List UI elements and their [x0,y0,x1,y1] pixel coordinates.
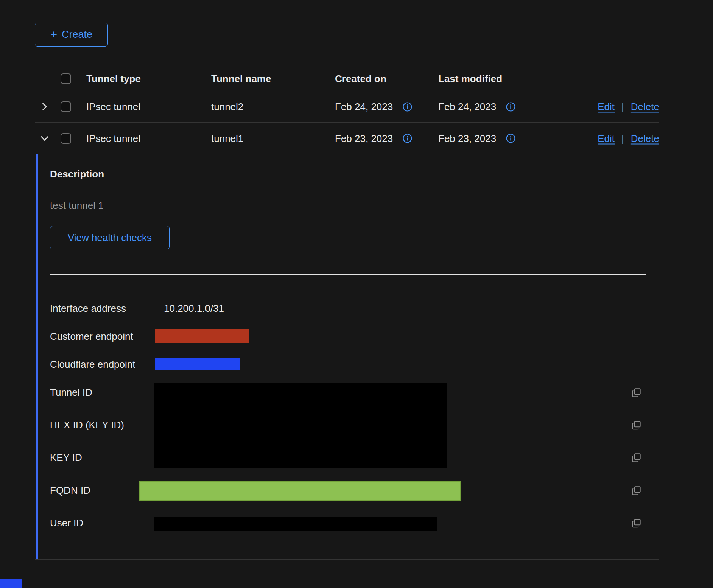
created-on-value: Feb 24, 2023 [335,101,393,112]
last-modified-value: Feb 24, 2023 [438,101,496,112]
copy-icon[interactable] [631,453,641,463]
key-id-label: KEY ID [50,452,82,463]
created-on-value: Feb 23, 2023 [335,133,393,144]
user-id-redacted-value [154,517,437,531]
header-tunnel-type: Tunnel type [86,73,141,84]
description-value: test tunnel 1 [50,200,104,211]
tunnel-name-cell: tunnel1 [211,133,243,144]
collapse-chevron-down-icon[interactable] [39,132,51,145]
interface-address-value: 10.200.1.0/31 [164,303,224,314]
info-icon[interactable] [403,102,412,112]
panel-bottom-border [35,559,659,560]
last-modified-cell: Feb 23, 2023 [438,133,515,144]
info-icon[interactable] [506,134,515,143]
view-health-checks-button[interactable]: View health checks [50,226,170,249]
last-modified-value: Feb 23, 2023 [438,133,496,144]
row-actions: Edit | Delete [598,132,659,144]
row-checkbox[interactable] [61,133,71,144]
customer-endpoint-redacted-value [155,329,249,343]
tunnel-id-label: Tunnel ID [50,387,92,398]
cloudflare-endpoint-label: Cloudflare endpoint [50,359,135,370]
delete-link[interactable]: Delete [631,101,659,113]
expand-chevron-right-icon[interactable] [39,101,51,113]
row-actions: Edit | Delete [598,101,659,113]
last-modified-cell: Feb 24, 2023 [438,101,515,112]
partial-blue-element [0,579,22,588]
delete-link[interactable]: Delete [631,132,659,144]
copy-icon[interactable] [631,387,641,398]
header-last-modified: Last modified [438,73,502,84]
created-on-cell: Feb 24, 2023 [335,101,412,112]
row-checkbox[interactable] [61,101,71,112]
create-button[interactable]: + Create [35,23,108,47]
section-divider [50,274,646,275]
customer-endpoint-label: Customer endpoint [50,331,133,342]
tunnels-page: + Create Tunnel type Tunnel name Created… [0,0,713,588]
action-separator: | [621,101,624,113]
create-button-label: Create [62,29,92,40]
fqdn-id-redacted-value [139,481,461,501]
copy-icon[interactable] [631,518,641,528]
table-row: IPsec tunnel tunnel2 Feb 24, 2023 Feb 24… [35,91,659,123]
tunnel-type-cell: IPsec tunnel [86,101,140,112]
action-separator: | [621,132,624,144]
info-icon[interactable] [506,102,515,112]
interface-address-label: Interface address [50,303,126,314]
tunnel-name-cell: tunnel2 [211,101,243,112]
expanded-panel-accent-bar [36,154,38,559]
cloudflare-endpoint-redacted-value [155,358,240,370]
select-all-checkbox[interactable] [61,73,71,84]
info-icon[interactable] [403,134,412,143]
header-tunnel-name: Tunnel name [211,73,271,84]
fqdn-id-label: FQDN ID [50,485,90,496]
header-created-on: Created on [335,73,386,84]
created-on-cell: Feb 23, 2023 [335,133,412,144]
plus-icon: + [50,29,57,40]
description-label: Description [50,168,104,180]
table-row: IPsec tunnel tunnel1 Feb 23, 2023 Feb 23… [35,123,659,154]
hex-id-label: HEX ID (KEY ID) [50,419,124,431]
edit-link[interactable]: Edit [598,132,615,144]
copy-icon[interactable] [631,420,641,430]
ids-redacted-value [154,383,447,468]
edit-link[interactable]: Edit [598,101,615,113]
copy-icon[interactable] [631,485,641,496]
table-header-row: Tunnel type Tunnel name Created on Last … [35,67,659,91]
user-id-label: User ID [50,517,83,529]
tunnel-type-cell: IPsec tunnel [86,133,140,144]
